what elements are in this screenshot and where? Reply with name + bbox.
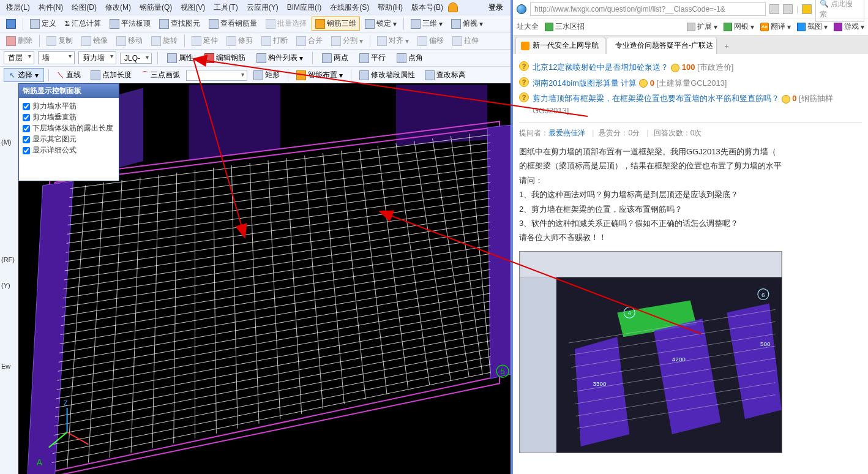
chk-formula[interactable]: 显示详细公式: [23, 145, 115, 156]
bookmark-sanshui[interactable]: 三水区招: [545, 21, 585, 32]
menu-rebar[interactable]: 钢筋量(Q): [136, 1, 176, 14]
btn-fanyi[interactable]: Aa翻译▾: [760, 21, 791, 32]
menu-bim[interactable]: BIM应用(I): [283, 1, 326, 14]
btn-mirror[interactable]: 镜像: [78, 34, 111, 48]
combo-type[interactable]: 墙: [38, 51, 75, 64]
btn-merge[interactable]: 合并: [293, 34, 326, 48]
new-tab[interactable]: ＋: [718, 39, 735, 54]
url-field[interactable]: http://www.fwxgx.com/question/giml/list?…: [530, 2, 766, 16]
menu-view[interactable]: 视图(V): [177, 1, 209, 14]
tab-fwxgx[interactable]: 专业造价问题答疑平台-广联达×: [607, 37, 717, 54]
btn-cursor[interactable]: [2, 17, 20, 31]
tab-nav[interactable]: 新一代安全上网导航: [515, 37, 605, 54]
svg-line-39: [88, 182, 103, 463]
svg-marker-1: [189, 85, 280, 161]
selector-row: 首层 墙 剪力墙 JLQ- 属性 编辑钢筋 构件列表▾ 两点 平行 点角: [0, 49, 511, 66]
btn-viewrebar[interactable]: 查看钢筋量: [205, 17, 261, 31]
combo-item[interactable]: JLQ-: [120, 53, 152, 64]
menu-component[interactable]: 构件(N): [35, 1, 67, 14]
btn-batchsel[interactable]: 批量选择: [262, 17, 310, 31]
cad-canvas[interactable]: 5 A Z 钢筋显示控制面板 剪力墙水平筋 剪力墙垂直筋 下层墙体纵筋的露出长度…: [18, 83, 511, 474]
panel-title: 钢筋显示控制面板: [19, 84, 119, 98]
question-link[interactable]: 湖南2014bim版图形算量 计算: [533, 78, 637, 88]
btn-editrebar[interactable]: 编辑钢筋: [201, 51, 249, 65]
menu-tools[interactable]: 工具(T): [210, 1, 241, 14]
btn-define[interactable]: 定义: [26, 17, 60, 31]
btn-lock[interactable]: 锁定▾: [361, 17, 400, 31]
dropdown-icon[interactable]: [783, 4, 793, 14]
menu-cloud[interactable]: 云应用(Y): [243, 1, 282, 14]
btn-parallel[interactable]: 平行: [356, 51, 389, 65]
login-link[interactable]: 登录: [488, 2, 508, 13]
btn-break[interactable]: 打断: [258, 34, 291, 48]
btn-componentlist[interactable]: 构件列表▾: [253, 51, 307, 65]
btn-rotate[interactable]: 旋转: [148, 34, 181, 48]
btn-delete[interactable]: 删除: [2, 34, 36, 48]
chk-horiz[interactable]: 剪力墙水平筋: [23, 101, 115, 111]
combo-arc[interactable]: [186, 70, 247, 81]
btn-youxi[interactable]: 游戏▾: [834, 21, 864, 32]
refresh-icon[interactable]: [769, 4, 779, 14]
browser-toolbar: 址大全 三水区招 扩展▾ 网银▾ Aa翻译▾ 截图▾ 游戏▾: [513, 18, 868, 36]
btn-sumcalc[interactable]: Σ汇总计算: [61, 17, 105, 31]
chk-other[interactable]: 显示其它图元: [23, 134, 115, 145]
btn-extensions[interactable]: 扩展▾: [687, 21, 717, 32]
svg-line-40: [110, 180, 122, 458]
cad-app-pane: 楼层(L) 构件(N) 绘图(D) 修改(M) 钢筋量(Q) 视图(V) 工具(…: [0, 0, 513, 474]
btn-ptangle[interactable]: 点角: [393, 51, 427, 65]
btn-arc3[interactable]: ⌒三点画弧: [138, 68, 184, 82]
svg-line-27: [58, 293, 490, 371]
btn-copy[interactable]: 复制: [43, 34, 77, 48]
chk-vert[interactable]: 剪力墙垂直筋: [23, 112, 115, 122]
btn-flattop[interactable]: 平法板顶: [106, 17, 154, 31]
post-image[interactable]: 4 6 3300 4200 500: [519, 251, 782, 453]
btn-smartplace[interactable]: 智能布置▾: [293, 68, 346, 82]
asker-link[interactable]: 最爱燕佳洋: [548, 129, 585, 137]
svg-line-32: [55, 333, 490, 417]
btn-offset[interactable]: 偏移: [414, 34, 447, 48]
bookmark-all[interactable]: 址大全: [517, 21, 539, 32]
chk-lower[interactable]: 下层墙体纵筋的露出长度: [23, 123, 115, 134]
star-icon[interactable]: [802, 4, 812, 14]
btn-stretch[interactable]: 拉伸: [449, 34, 482, 48]
menu-modify[interactable]: 修改(M): [102, 1, 135, 14]
btn-attr[interactable]: 属性: [163, 51, 197, 65]
btn-line[interactable]: ＼直线: [53, 68, 84, 82]
btn-trim[interactable]: 修剪: [223, 34, 256, 48]
btn-3d[interactable]: 三维▾: [407, 17, 446, 31]
svg-line-64: [67, 432, 89, 445]
menu-online[interactable]: 在线服务(S): [326, 1, 373, 14]
svg-marker-2: [396, 85, 487, 146]
btn-select[interactable]: ↖选择▾: [4, 68, 44, 82]
question-icon: ?: [519, 77, 529, 87]
btn-jietu[interactable]: 截图▾: [797, 21, 828, 32]
btn-extend[interactable]: 延伸: [188, 34, 222, 48]
menu-help[interactable]: 帮助(H): [374, 1, 406, 14]
btn-rect[interactable]: 矩形: [250, 68, 283, 82]
btn-align[interactable]: 对齐▾: [373, 34, 413, 48]
hat-icon[interactable]: [448, 2, 458, 12]
menu-draw[interactable]: 绘图(D): [68, 1, 100, 14]
menu-version[interactable]: 版本号(B): [408, 1, 447, 14]
svg-line-19: [63, 230, 491, 298]
rebar-display-panel[interactable]: 钢筋显示控制面板 剪力墙水平筋 剪力墙垂直筋 下层墙体纵筋的露出长度 显示其它图…: [18, 83, 119, 181]
page-content[interactable]: ? 北京12定额喷射砼中是否增加砼泵送？ 100 [市政造价] ? 湖南2014…: [513, 54, 868, 474]
btn-findelem[interactable]: 查找图元: [155, 17, 204, 31]
svg-line-28: [58, 301, 490, 380]
btn-checkht[interactable]: 查改标高: [421, 68, 470, 82]
btn-modwall[interactable]: 修改墙段属性: [356, 68, 419, 82]
question-icon: ?: [519, 61, 529, 71]
combo-floor[interactable]: 首层: [4, 51, 34, 64]
btn-rebar3d[interactable]: 钢筋三维: [312, 17, 360, 31]
btn-move[interactable]: 移动: [113, 34, 146, 48]
question-link[interactable]: 剪力墙顶部有框架梁，在框架梁位置也要布置墙的水平筋和竖直筋吗？: [533, 94, 779, 103]
btn-overlook[interactable]: 俯视▾: [447, 17, 487, 31]
combo-subtype[interactable]: 剪力墙: [78, 51, 116, 64]
question-link[interactable]: 北京12定额喷射砼中是否增加砼泵送？: [533, 62, 668, 72]
menu-floor[interactable]: 楼层(L): [2, 1, 34, 14]
address-bar: http://www.fwxgx.com/question/giml/list?…: [513, 0, 868, 18]
btn-twopt[interactable]: 两点: [318, 51, 352, 65]
btn-wangyin[interactable]: 网银▾: [724, 21, 754, 32]
btn-split[interactable]: 分割▾: [327, 34, 367, 48]
btn-addlen[interactable]: 点加长度: [87, 68, 135, 82]
